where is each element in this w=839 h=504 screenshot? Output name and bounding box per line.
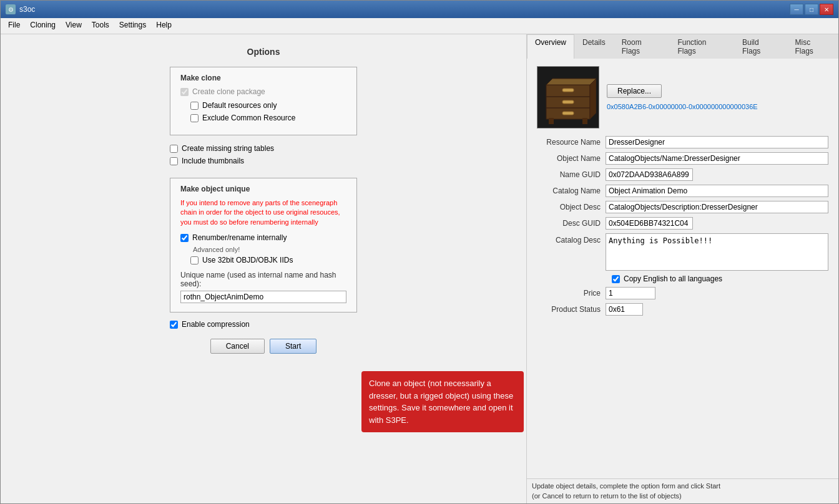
catalog-desc-row: Catalog Desc (537, 233, 828, 271)
tab-bar: Overview Details Room Flags Function Fla… (527, 34, 838, 59)
right-panel: Overview Details Room Flags Function Fla… (526, 34, 838, 503)
object-desc-row: Object Desc (537, 201, 828, 213)
button-row: Cancel Start (170, 339, 357, 354)
catalog-desc-label: Catalog Desc (537, 233, 606, 245)
enable-compression-checkbox[interactable] (170, 321, 178, 329)
unique-name-input[interactable] (180, 291, 346, 303)
main-content: Options Make clone Create clone package … (1, 34, 838, 503)
window-title: s3oc (19, 5, 35, 14)
preview-info: Replace... 0x0580A2B6-0x00000000-0x00000… (607, 66, 758, 128)
tab-overview[interactable]: Overview (527, 34, 574, 59)
maximize-button[interactable]: □ (805, 4, 818, 15)
make-unique-label: Make object unique (180, 185, 346, 193)
desc-guid-row: Desc GUID (537, 217, 828, 230)
close-button[interactable]: ✕ (820, 4, 833, 15)
price-label: Price (537, 289, 606, 298)
renumber-row: Renumber/rename internally (180, 233, 346, 242)
start-button[interactable]: Start (270, 339, 316, 354)
svg-rect-9 (582, 118, 587, 124)
renumber-label: Renumber/rename internally (192, 233, 287, 242)
menu-settings[interactable]: Settings (114, 19, 151, 32)
tooltip-box: Clone an object (not necessarily a dress… (361, 371, 524, 432)
minimize-button[interactable]: ─ (790, 4, 803, 15)
menu-tools[interactable]: Tools (87, 19, 114, 32)
svg-marker-2 (590, 79, 596, 119)
create-clone-package-label: Create clone package (192, 87, 265, 96)
preview-image (537, 66, 599, 128)
options-title: Options (247, 47, 280, 57)
create-clone-package-checkbox[interactable] (180, 88, 189, 96)
copy-english-label: Copy English to all languages (624, 274, 722, 283)
enable-compression-label: Enable compression (182, 320, 250, 329)
use-32bit-row: Use 32bit OBJD/OBJK IIDs (190, 256, 346, 264)
create-missing-checkbox[interactable] (170, 145, 178, 153)
create-missing-row: Create missing string tables (170, 144, 357, 153)
object-name-label: Object Name (537, 154, 606, 163)
tab-details[interactable]: Details (574, 34, 614, 59)
make-clone-label: Make clone (180, 74, 346, 82)
resource-name-row: Resource Name (537, 136, 828, 148)
default-resources-checkbox[interactable] (190, 102, 199, 110)
make-unique-group: Make object unique If you intend to remo… (170, 178, 357, 313)
title-controls: ─ □ ✕ (790, 4, 833, 15)
product-status-input[interactable] (606, 303, 643, 316)
status-bar: Update object details, complete the opti… (527, 478, 838, 503)
object-name-input[interactable] (606, 152, 828, 165)
renumber-checkbox[interactable] (180, 234, 189, 242)
product-status-row: Product Status (537, 303, 828, 316)
desc-guid-input[interactable] (606, 217, 693, 230)
menu-file[interactable]: File (3, 19, 25, 32)
exclude-common-checkbox[interactable] (190, 114, 199, 122)
tab-room-flags[interactable]: Room Flags (614, 34, 670, 59)
replace-button[interactable]: Replace... (607, 84, 662, 98)
advanced-label: Advanced only! (193, 246, 346, 253)
resource-name-input[interactable] (606, 136, 828, 148)
right-content: Replace... 0x0580A2B6-0x00000000-0x00000… (527, 59, 838, 478)
catalog-desc-textarea[interactable] (606, 233, 828, 271)
price-row: Price (537, 287, 828, 299)
tab-misc-flags[interactable]: Misc Flags (787, 34, 838, 59)
create-clone-package-row: Create clone package (180, 87, 346, 96)
svg-rect-8 (549, 118, 554, 124)
use-32bit-label: Use 32bit OBJD/OBJK IIDs (202, 256, 293, 264)
dresser-svg (540, 69, 596, 125)
exclude-common-label: Exclude Common Resource (202, 114, 295, 122)
name-guid-label: Name GUID (537, 170, 606, 179)
tab-build-flags[interactable]: Build Flags (734, 34, 787, 59)
menu-view[interactable]: View (61, 19, 87, 32)
default-resources-label: Default resources only (202, 101, 277, 110)
create-missing-label: Create missing string tables (182, 144, 274, 153)
price-input[interactable] (606, 287, 655, 299)
svg-rect-7 (562, 112, 574, 115)
exclude-common-row: Exclude Common Resource (190, 114, 346, 122)
menu-cloning[interactable]: Cloning (25, 19, 61, 32)
warning-text: If you intend to remove any parts of the… (180, 198, 346, 227)
tooltip-text: Clone an object (not necessarily a dress… (369, 379, 513, 425)
catalog-name-input[interactable] (606, 185, 828, 197)
catalog-name-label: Catalog Name (537, 187, 606, 195)
name-guid-input[interactable] (606, 168, 693, 181)
svg-rect-6 (562, 100, 574, 104)
tab-function-flags[interactable]: Function Flags (669, 34, 734, 59)
cancel-button[interactable]: Cancel (210, 339, 265, 354)
standalone-checks: Create missing string tables Include thu… (170, 144, 357, 169)
left-panel: Options Make clone Create clone package … (1, 34, 526, 503)
object-desc-input[interactable] (606, 201, 828, 213)
copy-english-checkbox[interactable] (612, 275, 620, 283)
resource-name-label: Resource Name (537, 138, 606, 147)
use-32bit-checkbox[interactable] (190, 256, 199, 264)
object-desc-label: Object Desc (537, 203, 606, 211)
menu-help[interactable]: Help (151, 19, 177, 32)
name-guid-row: Name GUID (537, 168, 828, 181)
catalog-name-row: Catalog Name (537, 185, 828, 197)
menubar: File Cloning View Tools Settings Help (1, 18, 838, 34)
include-thumbnails-checkbox[interactable] (170, 157, 178, 165)
title-bar-left: ⚙ s3oc (6, 4, 35, 14)
product-status-label: Product Status (537, 305, 606, 314)
enable-compression-row: Enable compression (170, 320, 357, 329)
default-resources-row: Default resources only (190, 101, 346, 110)
include-thumbnails-row: Include thumbnails (170, 157, 357, 165)
object-id: 0x0580A2B6-0x00000000-0x000000000000036E (607, 103, 758, 110)
copy-english-row: Copy English to all languages (612, 274, 828, 283)
title-bar: ⚙ s3oc ─ □ ✕ (1, 1, 838, 18)
